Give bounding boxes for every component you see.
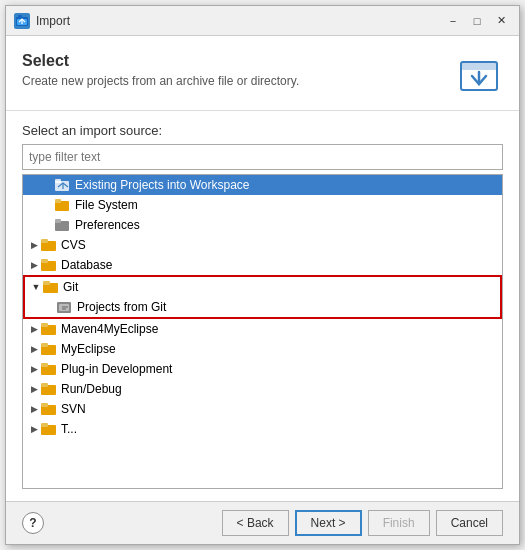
preferences-icon [55, 217, 71, 233]
dialog-header: Select Create new projects from an archi… [6, 36, 519, 111]
projects-from-git-label: Projects from Git [77, 300, 166, 314]
rundebug-arrow-icon: ▶ [27, 382, 41, 396]
database-label: Database [61, 258, 112, 272]
svg-rect-5 [461, 62, 497, 70]
close-button[interactable]: ✕ [491, 11, 511, 31]
tree-container: Existing Projects into Workspace File Sy… [22, 174, 503, 489]
back-button[interactable]: < Back [222, 510, 289, 536]
tree-item-svn[interactable]: ▶ SVN [23, 399, 502, 419]
tree-item-existing-projects[interactable]: Existing Projects into Workspace [23, 175, 502, 195]
tree-item-database[interactable]: ▶ Database [23, 255, 502, 275]
database-folder-icon [41, 257, 57, 273]
header-text: Select Create new projects from an archi… [22, 52, 299, 88]
svg-rect-17 [41, 259, 48, 263]
header-subtitle: Create new projects from an archive file… [22, 74, 299, 88]
rundebug-folder-icon [41, 381, 57, 397]
plugin-label: Plug-in Development [61, 362, 172, 376]
plugin-arrow-icon: ▶ [27, 362, 41, 376]
svg-rect-1 [18, 15, 22, 18]
help-button[interactable]: ? [22, 512, 44, 534]
t-label: T... [61, 422, 77, 436]
tree-item-projects-from-git[interactable]: Projects from Git [25, 297, 500, 317]
projects-git-icon [57, 299, 73, 315]
myeclipse-label: MyEclipse [61, 342, 116, 356]
svg-rect-27 [41, 343, 48, 347]
maximize-button[interactable]: □ [467, 11, 487, 31]
finish-button[interactable]: Finish [368, 510, 430, 536]
tree-item-myeclipse[interactable]: ▶ MyEclipse [23, 339, 502, 359]
maven-folder-icon [41, 321, 57, 337]
window-controls: − □ ✕ [443, 11, 511, 31]
cvs-arrow-icon: ▶ [27, 238, 41, 252]
cvs-folder-icon [41, 237, 57, 253]
footer-right: < Back Next > Finish Cancel [222, 510, 503, 536]
svn-arrow-icon: ▶ [27, 402, 41, 416]
git-folder-icon [43, 279, 59, 295]
app-icon [14, 13, 30, 29]
existing-projects-label: Existing Projects into Workspace [75, 178, 250, 192]
svn-label: SVN [61, 402, 86, 416]
file-system-label: File System [75, 198, 138, 212]
myeclipse-arrow-icon: ▶ [27, 342, 41, 356]
import-icon [455, 52, 503, 100]
tree-item-cvs[interactable]: ▶ CVS [23, 235, 502, 255]
svg-rect-11 [55, 199, 61, 203]
import-dialog: Import − □ ✕ Select Create new projects … [5, 5, 520, 545]
body-content: Select an import source: Existing Projec… [6, 111, 519, 501]
tree-item-preferences[interactable]: Preferences [23, 215, 502, 235]
maven-label: Maven4MyEclipse [61, 322, 158, 336]
myeclipse-folder-icon [41, 341, 57, 357]
maven-arrow-icon: ▶ [27, 322, 41, 336]
preferences-label: Preferences [75, 218, 140, 232]
filter-input[interactable] [22, 144, 503, 170]
plugin-folder-icon [41, 361, 57, 377]
tree-item-t[interactable]: ▶ T... [23, 419, 502, 439]
rundebug-label: Run/Debug [61, 382, 122, 396]
window-title: Import [36, 14, 443, 28]
git-label: Git [63, 280, 78, 294]
header-title: Select [22, 52, 299, 70]
svg-rect-33 [41, 403, 48, 407]
import-source-label: Select an import source: [22, 123, 503, 138]
existing-projects-icon [55, 177, 71, 193]
svg-rect-35 [41, 423, 48, 427]
svg-rect-31 [41, 383, 48, 387]
next-button[interactable]: Next > [295, 510, 362, 536]
git-section: ▼ Git [23, 275, 502, 319]
svg-rect-8 [55, 179, 61, 183]
svg-rect-25 [41, 323, 48, 327]
git-arrow-icon: ▼ [29, 280, 43, 294]
cancel-button[interactable]: Cancel [436, 510, 503, 536]
tree-item-file-system[interactable]: File System [23, 195, 502, 215]
minimize-button[interactable]: − [443, 11, 463, 31]
database-arrow-icon: ▶ [27, 258, 41, 272]
svg-rect-15 [41, 239, 48, 243]
svg-rect-19 [43, 281, 50, 285]
t-arrow-icon: ▶ [27, 422, 41, 436]
svg-rect-29 [41, 363, 48, 367]
footer-left: ? [22, 512, 44, 534]
cvs-label: CVS [61, 238, 86, 252]
tree-item-maven[interactable]: ▶ Maven4MyEclipse [23, 319, 502, 339]
file-system-icon [55, 197, 71, 213]
title-bar: Import − □ ✕ [6, 6, 519, 36]
tree-item-plugin[interactable]: ▶ Plug-in Development [23, 359, 502, 379]
t-folder-icon [41, 421, 57, 437]
svn-folder-icon [41, 401, 57, 417]
tree-item-git[interactable]: ▼ Git [25, 277, 500, 297]
dialog-footer: ? < Back Next > Finish Cancel [6, 501, 519, 544]
tree-item-rundebug[interactable]: ▶ Run/Debug [23, 379, 502, 399]
svg-rect-13 [55, 219, 61, 223]
